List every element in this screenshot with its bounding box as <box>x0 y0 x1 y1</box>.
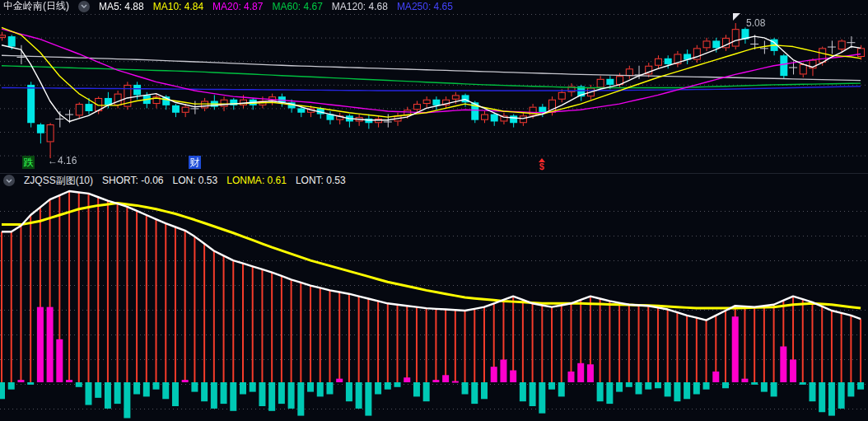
indicator-legend-item: SHORT: -0.06 <box>102 175 163 186</box>
marker-die: 跌 <box>22 156 35 169</box>
ma-legend-item: MA20: 4.87 <box>212 1 263 12</box>
stock-title: 中金岭南(日线) <box>3 0 69 13</box>
chevron-down-icon[interactable] <box>78 1 90 12</box>
indicator-title: ZJQSS副图(10) <box>24 174 93 188</box>
ma-legend: MA5: 4.88MA10: 4.84MA20: 4.87MA60: 4.67M… <box>99 1 453 12</box>
ma-legend-item: MA120: 4.68 <box>332 1 388 12</box>
indicator-legend-item: LONMA: 0.61 <box>226 175 287 186</box>
ma-legend-item: MA10: 4.84 <box>153 1 203 12</box>
high-price-annotation: 5.08 <box>746 17 765 29</box>
cursor-arrow-icon <box>733 13 740 21</box>
ma-legend-item: MA5: 4.88 <box>99 1 144 12</box>
indicator-legend: SHORT: -0.06LON: 0.53LONMA: 0.61LONT: 0.… <box>102 175 346 186</box>
marker-cai: 财 <box>189 156 201 169</box>
ma-legend-item: MA60: 4.67 <box>272 1 322 12</box>
marker-dollar: $ <box>539 158 545 171</box>
main-chart-canvas[interactable] <box>0 12 868 174</box>
main-chart-header: 中金岭南(日线) MA5: 4.88MA10: 4.84MA20: 4.87MA… <box>3 0 453 12</box>
indicator-legend-item: LON: 0.53 <box>173 175 218 186</box>
chevron-down-icon[interactable] <box>3 175 15 186</box>
ma-legend-item: MA250: 4.65 <box>397 1 453 12</box>
sub-chart-canvas[interactable] <box>0 188 868 421</box>
low-price-annotation: ←4.16 <box>48 155 77 166</box>
sub-chart-header: ZJQSS副图(10) SHORT: -0.06LON: 0.53LONMA: … <box>3 174 346 187</box>
indicator-legend-item: LONT: 0.53 <box>296 175 346 186</box>
chart-panel: 中金岭南(日线) MA5: 4.88MA10: 4.84MA20: 4.87MA… <box>0 0 868 421</box>
